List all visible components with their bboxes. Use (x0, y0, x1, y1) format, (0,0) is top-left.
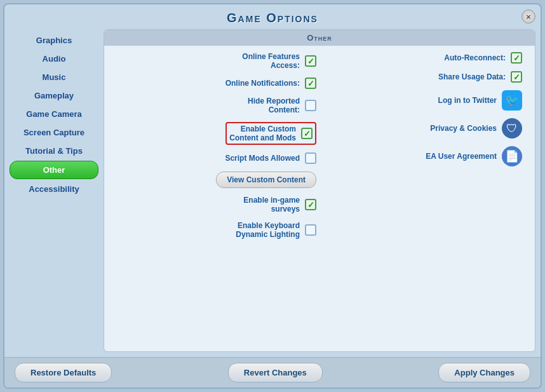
share-usage-row: Share Usage Data: (323, 71, 522, 83)
online-features-label: Online FeaturesAccess: (242, 52, 300, 70)
enable-surveys-row: Enable in-gamesurveys (117, 196, 316, 213)
online-features-row: Online FeaturesAccess: (117, 52, 316, 70)
view-custom-content-button[interactable]: View Custom Content (216, 172, 316, 188)
hide-reported-row: Hide ReportedContent: (117, 97, 316, 114)
sidebar-item-accessibility[interactable]: Accessibility (10, 180, 98, 198)
hide-reported-checkbox[interactable] (305, 100, 316, 111)
enable-surveys-label: Enable in-gamesurveys (243, 196, 300, 213)
sidebar-item-tutorial-tips[interactable]: Tutorial & Tips (10, 142, 98, 159)
enable-custom-highlight: Enable CustomContent and Mods (225, 122, 316, 145)
sidebar-item-game-camera[interactable]: Game Camera (10, 105, 98, 123)
apply-changes-button[interactable]: Apply Changes (438, 363, 530, 382)
enable-custom-label: Enable CustomContent and Mods (229, 125, 296, 142)
close-button[interactable]: × (521, 10, 535, 24)
ea-agreement-label: EA User Agreement (426, 152, 497, 161)
content-area: Graphics Audio Music Gameplay Game Camer… (4, 29, 541, 357)
section-header: Other (104, 30, 535, 46)
keyboard-lighting-label: Enable KeyboardDynamic Lighting (236, 221, 300, 239)
online-notifications-row: Online Notifications: (117, 78, 316, 89)
twitter-row: Log in to Twitter 🐦 (323, 90, 522, 111)
script-mods-checkbox[interactable] (305, 152, 316, 164)
script-mods-label: Script Mods Allowed (225, 154, 300, 163)
footer: Restore Defaults Revert Changes Apply Ch… (4, 357, 541, 388)
game-options-window: Game Options × Graphics Audio Music Game… (3, 3, 542, 389)
twitter-label: Log in to Twitter (438, 96, 497, 105)
settings-body: Online FeaturesAccess: Online Notificati… (104, 46, 535, 351)
sidebar: Graphics Audio Music Gameplay Game Camer… (10, 29, 98, 352)
ea-agreement-row: EA User Agreement 📄 (323, 146, 522, 166)
sidebar-item-music[interactable]: Music (10, 69, 98, 86)
left-column: Online FeaturesAccess: Online Notificati… (117, 52, 316, 345)
right-column: Auto-Reconnect: Share Usage Data: Log in… (323, 52, 522, 345)
ea-user-agreement-button[interactable]: 📄 (502, 146, 522, 166)
twitter-button[interactable]: 🐦 (502, 90, 522, 111)
enable-custom-row: Enable CustomContent and Mods (117, 122, 316, 145)
enable-surveys-checkbox[interactable] (305, 199, 316, 210)
restore-defaults-button[interactable]: Restore Defaults (15, 363, 112, 382)
privacy-row: Privacy & Cookies 🛡 (323, 118, 522, 139)
share-usage-checkbox[interactable] (511, 71, 522, 83)
sidebar-item-screen-capture[interactable]: Screen Capture (10, 124, 98, 141)
keyboard-lighting-row: Enable KeyboardDynamic Lighting (117, 221, 316, 239)
script-mods-row: Script Mods Allowed (117, 152, 316, 164)
main-panel: Other Online FeaturesAccess: Online Noti… (104, 29, 535, 352)
auto-reconnect-row: Auto-Reconnect: (323, 52, 522, 64)
sidebar-item-graphics[interactable]: Graphics (10, 32, 98, 49)
online-notifications-label: Online Notifications: (225, 79, 300, 88)
revert-changes-button[interactable]: Revert Changes (228, 363, 323, 382)
sidebar-item-other[interactable]: Other (10, 161, 98, 179)
privacy-label: Privacy & Cookies (430, 124, 497, 133)
hide-reported-label: Hide ReportedContent: (248, 97, 300, 114)
sidebar-item-audio[interactable]: Audio (10, 50, 98, 67)
online-notifications-checkbox[interactable] (305, 78, 316, 89)
keyboard-lighting-checkbox[interactable] (305, 224, 316, 236)
auto-reconnect-label: Auto-Reconnect: (444, 53, 506, 62)
title-bar: Game Options × (4, 4, 541, 29)
sidebar-item-gameplay[interactable]: Gameplay (10, 87, 98, 104)
auto-reconnect-checkbox[interactable] (511, 52, 522, 64)
share-usage-label: Share Usage Data: (438, 72, 506, 81)
view-custom-row: View Custom Content (117, 172, 316, 188)
online-features-checkbox[interactable] (305, 55, 316, 67)
window-title: Game Options (4, 11, 541, 25)
privacy-cookies-button[interactable]: 🛡 (502, 118, 522, 139)
enable-custom-checkbox[interactable] (301, 128, 313, 139)
